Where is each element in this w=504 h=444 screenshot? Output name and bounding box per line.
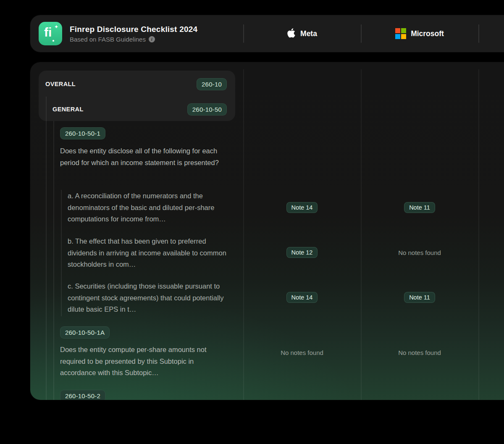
company-header-meta[interactable]: Meta — [243, 15, 361, 52]
title-block: Finrep Disclosure Checklist 2024 Based o… — [70, 15, 197, 52]
header-divider — [478, 24, 479, 43]
section-code-badge[interactable]: 260-10 — [197, 78, 227, 90]
page-subtitle: Based on FASB Guidelines — [70, 36, 146, 43]
section-row-overall[interactable]: OVERALL 260-10 — [45, 77, 227, 91]
subitem-c-text: c. Securities (including those issuable … — [68, 281, 228, 315]
tree-indent-line — [46, 97, 47, 400]
checklist-panel: OVERALL 260-10 GENERAL 260-10-50 260-10-… — [30, 62, 504, 400]
meta-note-badge[interactable]: Note 12 — [286, 247, 318, 258]
meta-no-notes-text: No notes found — [281, 349, 323, 356]
section-label: OVERALL — [45, 81, 76, 87]
microsoft-icon — [395, 28, 406, 39]
subsection-label: GENERAL — [52, 106, 84, 113]
microsoft-no-notes-text: No notes found — [398, 249, 441, 256]
app-logo-text: fi — [44, 25, 52, 39]
tree-indent-line — [53, 121, 54, 400]
company-name-microsoft: Microsoft — [411, 29, 444, 38]
company-header-microsoft[interactable]: Microsoft — [361, 15, 478, 52]
microsoft-note-badge[interactable]: Note 11 — [404, 292, 435, 303]
sparkle-icon: ✦ — [54, 24, 58, 29]
apple-icon — [287, 28, 296, 38]
company-name-meta: Meta — [300, 29, 317, 38]
item-question: Does the entity disclose all of the foll… — [60, 145, 227, 168]
subsection-code-badge[interactable]: 260-10-50 — [187, 103, 227, 116]
info-icon[interactable]: i — [149, 36, 155, 42]
page-title: Finrep Disclosure Checklist 2024 — [70, 25, 197, 34]
subitem-b-text: b. The effect that has been given to pre… — [68, 236, 228, 271]
item-code-badge[interactable]: 260-10-50-1 — [60, 127, 105, 139]
column-divider — [478, 69, 479, 400]
item-code-badge[interactable]: 260-10-50-1A — [60, 326, 110, 339]
app-logo: fi ✦ — [39, 22, 62, 45]
item-code-badge[interactable]: 260-10-50-2 — [60, 390, 105, 400]
microsoft-note-badge[interactable]: Note 11 — [404, 202, 435, 213]
app-header: fi ✦ Finrep Disclosure Checklist 2024 Ba… — [30, 15, 504, 52]
microsoft-no-notes-text: No notes found — [398, 349, 441, 356]
section-card: OVERALL 260-10 GENERAL 260-10-50 — [39, 71, 235, 121]
subitem-a-text: a. A reconciliation of the numerators an… — [68, 190, 228, 225]
meta-note-badge[interactable]: Note 14 — [286, 292, 318, 303]
section-row-general[interactable]: GENERAL 260-10-50 — [52, 102, 227, 116]
meta-note-badge[interactable]: Note 14 — [286, 202, 318, 213]
logo-dot — [52, 40, 54, 42]
item-question: Does the entity compute per-share amount… — [60, 344, 227, 379]
tree-indent-line — [61, 190, 62, 316]
